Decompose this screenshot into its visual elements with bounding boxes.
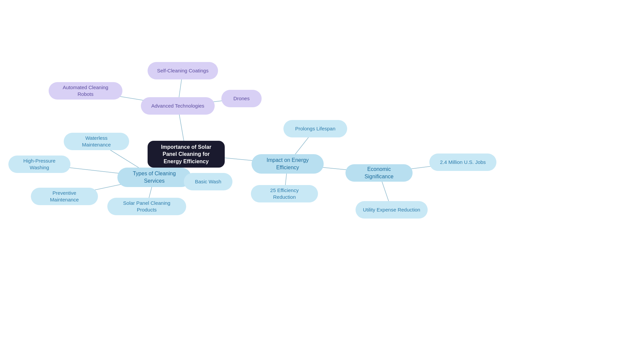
node-label-waterless: Waterless Maintenance [71, 135, 122, 148]
node-label-types_cleaning: Types of Cleaning Services [125, 170, 184, 184]
mindmap-node-waterless: Waterless Maintenance [64, 133, 129, 150]
node-label-us_jobs: 2.4 Million U.S. Jobs [440, 159, 486, 166]
node-label-automated_robots: Automated Cleaning Robots [56, 84, 115, 98]
mindmap-node-basic_wash: Basic Wash [184, 173, 232, 190]
mindmap-node-drones: Drones [221, 90, 262, 107]
mindmap-node-economic_significance: Economic Significance [345, 164, 413, 182]
node-label-solar_products: Solar Panel Cleaning Products [115, 200, 179, 214]
connections-svg [0, 0, 644, 363]
mindmap-node-center: Importance of Solar Panel Cleaning for E… [148, 141, 225, 168]
node-label-efficiency_reduction: 25 Efficiency Reduction [258, 187, 311, 201]
node-label-drones: Drones [233, 95, 250, 102]
mindmap-node-prolongs_lifespan: Prolongs Lifespan [283, 120, 347, 137]
mindmap-node-self_cleaning: Self-Cleaning Coatings [148, 62, 218, 79]
node-label-prolongs_lifespan: Prolongs Lifespan [295, 125, 335, 132]
mindmap-node-types_cleaning: Types of Cleaning Services [117, 168, 191, 187]
mindmap-node-utility_expense: Utility Expense Reduction [356, 201, 428, 219]
node-label-preventive: Preventive Maintenance [38, 190, 91, 203]
mindmap-node-high_pressure: High-Pressure Washing [8, 156, 70, 173]
node-label-impact_energy: Impact on Energy Efficiency [259, 157, 316, 171]
node-label-self_cleaning: Self-Cleaning Coatings [157, 67, 208, 74]
mindmap-node-preventive: Preventive Maintenance [31, 188, 98, 205]
node-label-center: Importance of Solar Panel Cleaning for E… [155, 143, 217, 165]
mindmap-node-us_jobs: 2.4 Million U.S. Jobs [429, 154, 496, 171]
mindmap-node-efficiency_reduction: 25 Efficiency Reduction [251, 185, 318, 202]
node-label-high_pressure: High-Pressure Washing [16, 158, 63, 171]
mindmap-node-impact_energy: Impact on Energy Efficiency [252, 154, 324, 174]
node-label-economic_significance: Economic Significance [353, 166, 405, 180]
mindmap-node-advanced_tech: Advanced Technologies [141, 97, 215, 115]
node-label-utility_expense: Utility Expense Reduction [363, 206, 420, 213]
node-label-basic_wash: Basic Wash [195, 178, 221, 185]
mindmap-node-solar_products: Solar Panel Cleaning Products [107, 198, 186, 215]
mindmap-node-automated_robots: Automated Cleaning Robots [49, 82, 122, 100]
node-label-advanced_tech: Advanced Technologies [151, 103, 204, 109]
